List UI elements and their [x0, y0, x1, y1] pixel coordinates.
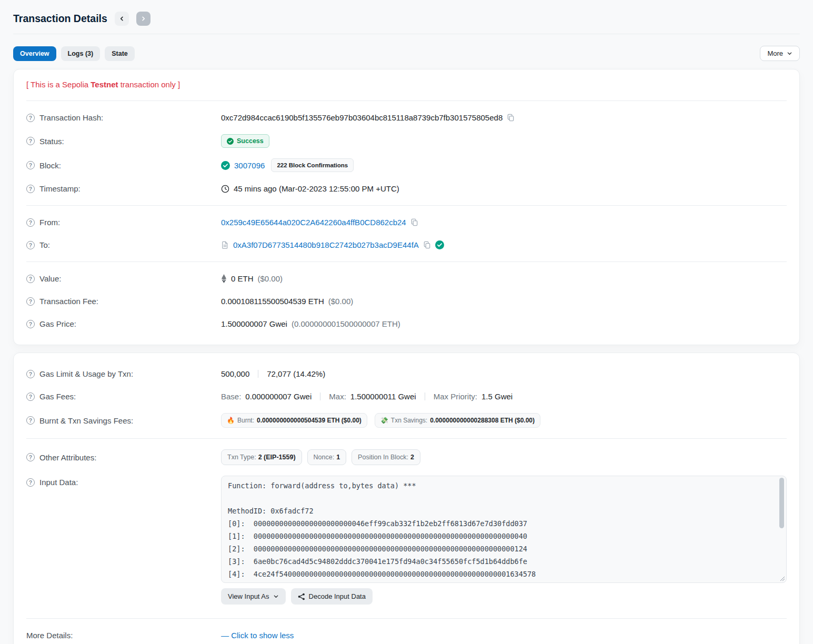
help-icon[interactable]: ?: [26, 478, 35, 487]
timestamp-value: 45 mins ago (Mar-02-2023 12:55:00 PM +UT…: [234, 184, 399, 193]
row-gas-price: ? Gas Price: 1.500000007 Gwei (0.0000000…: [26, 313, 787, 335]
eth-icon: [221, 274, 227, 283]
check-circle-icon: [227, 138, 234, 145]
max-fee-value: 1.500000011 Gwei: [350, 392, 416, 401]
base-fee-label: Base:: [221, 392, 241, 401]
notice-suffix: transaction only ]: [118, 80, 180, 89]
divider: [26, 438, 787, 439]
input-data-label: Input Data:: [39, 478, 78, 487]
row-status: ? Status: Success: [26, 129, 787, 153]
position-in-block-pill: Position In Block: 2: [352, 449, 420, 465]
help-icon[interactable]: ?: [26, 297, 35, 306]
more-button[interactable]: More: [760, 46, 800, 61]
burnt-fees-label: Burnt & Txn Savings Fees:: [39, 416, 133, 425]
chevron-down-icon: [787, 51, 792, 56]
view-input-as-label: View Input As: [228, 592, 269, 600]
chevron-down-icon: [273, 593, 279, 599]
gas-fees-label: Gas Fees:: [39, 392, 76, 401]
contract-file-icon: [221, 241, 229, 249]
row-value: ? Value: 0 ETH ($0.00): [26, 267, 787, 290]
header-divider: [13, 34, 800, 34]
max-priority-fee-label: Max Priority:: [434, 392, 477, 401]
decode-input-data-label: Decode Input Data: [309, 592, 366, 600]
from-address-link[interactable]: 0x259c49E65644a020C2A642260a4ffB0CD862cb…: [221, 218, 406, 227]
help-icon[interactable]: ?: [26, 185, 35, 193]
scrollbar-thumb[interactable]: [779, 478, 784, 528]
base-fee-value: 0.000000007 Gwei: [245, 392, 312, 401]
decode-input-data-button[interactable]: Decode Input Data: [291, 588, 373, 605]
row-timestamp: ? Timestamp: 45 mins ago (Mar-02-2023 12…: [26, 177, 787, 200]
help-icon[interactable]: ?: [26, 453, 35, 461]
to-label: To:: [39, 240, 50, 249]
row-from: ? From: 0x259c49E65644a020C2A642260a4ffB…: [26, 211, 787, 234]
testnet-notice: [ This is a Sepolia Testnet transaction …: [26, 79, 787, 95]
next-transaction-button[interactable]: [136, 12, 150, 26]
max-fee-label: Max:: [329, 392, 346, 401]
previous-transaction-button[interactable]: [115, 12, 129, 26]
tab-overview[interactable]: Overview: [13, 46, 56, 61]
row-transaction-hash: ? Transaction Hash: 0xc72d984ccac6190b5f…: [26, 106, 787, 129]
txn-savings-value: 0.000000000000288308 ETH ($0.00): [430, 417, 535, 424]
help-icon[interactable]: ?: [26, 114, 35, 122]
txn-type-pill: Txn Type: 2 (EIP-1559): [221, 449, 302, 465]
status-badge-label: Success: [237, 137, 264, 145]
help-icon[interactable]: ?: [26, 275, 35, 283]
transaction-fee-amount: 0.000108115500504539 ETH: [221, 297, 324, 306]
row-to: ? To: 0xA3f07D6773514480b918C2742b027b3a…: [26, 234, 787, 256]
input-data-box[interactable]: Function: forward(address to,bytes data)…: [221, 476, 787, 583]
verified-check-icon: [435, 240, 444, 249]
gas-limit-value: 500,000: [221, 369, 249, 378]
burnt-fee-badge: 🔥 Burnt: 0.000000000000504539 ETH ($0.00…: [221, 413, 367, 428]
block-number-link[interactable]: 3007096: [234, 161, 265, 170]
copy-icon[interactable]: [410, 218, 418, 226]
tabs-row: Overview Logs (3) State More: [13, 46, 800, 61]
copy-icon[interactable]: [423, 241, 431, 249]
nonce-value: 1: [336, 454, 340, 461]
show-less-link[interactable]: — Click to show less: [221, 631, 294, 640]
position-in-block-value: 2: [410, 454, 414, 461]
status-badge: Success: [221, 134, 269, 148]
txn-type-label: Txn Type:: [227, 454, 256, 461]
input-actions: View Input As Decode Input Data: [221, 588, 787, 605]
transaction-fee-usd: ($0.00): [328, 297, 354, 306]
tabs: Overview Logs (3) State: [13, 46, 135, 61]
help-icon[interactable]: ?: [26, 370, 35, 378]
block-label: Block:: [39, 161, 61, 170]
page: Transaction Details Overview Logs (3) St…: [0, 0, 813, 644]
help-icon[interactable]: ?: [26, 393, 35, 401]
input-data-content: Function: forward(address to,bytes data)…: [222, 476, 786, 582]
overview-card: [ This is a Sepolia Testnet transaction …: [13, 69, 800, 345]
view-input-as-button[interactable]: View Input As: [221, 588, 286, 605]
divider: [26, 100, 787, 101]
divider: [26, 205, 787, 206]
tab-logs[interactable]: Logs (3): [61, 46, 101, 61]
help-icon[interactable]: ?: [26, 218, 35, 227]
to-address-link[interactable]: 0xA3f07D6773514480b918C2742b027b3acD9E44…: [233, 240, 419, 249]
txn-savings-label: Txn Savings:: [391, 417, 427, 424]
nonce-pill: Nonce: 1: [307, 449, 347, 465]
divider: [26, 261, 787, 262]
copy-icon[interactable]: [507, 114, 515, 122]
chevron-right-icon: [140, 16, 146, 22]
help-icon[interactable]: ?: [26, 241, 35, 249]
row-more-details: More Details: — Click to show less: [26, 624, 787, 644]
page-header: Transaction Details: [13, 12, 800, 26]
help-icon[interactable]: ?: [26, 416, 35, 425]
gas-usage-value: 72,077 (14.42%): [267, 369, 325, 378]
money-wings-icon: 💸: [380, 417, 388, 424]
gas-price-amount: 1.500000007 Gwei: [221, 319, 287, 328]
resize-grip-icon[interactable]: [780, 576, 785, 581]
gas-limit-label: Gas Limit & Usage by Txn:: [39, 369, 133, 378]
separator: [425, 393, 425, 400]
clock-icon: [221, 185, 229, 193]
position-in-block-label: Position In Block:: [358, 454, 408, 461]
help-icon[interactable]: ?: [26, 137, 35, 145]
tab-state[interactable]: State: [105, 46, 135, 61]
other-attributes-label: Other Attributes:: [39, 453, 96, 462]
help-icon[interactable]: ?: [26, 320, 35, 328]
row-block: ? Block: 3007096 222 Block Confirmations: [26, 153, 787, 177]
help-icon[interactable]: ?: [26, 161, 35, 169]
separator: [320, 393, 320, 400]
transaction-fee-label: Transaction Fee:: [39, 297, 98, 306]
row-gas-fees: ? Gas Fees: Base: 0.000000007 Gwei Max: …: [26, 385, 787, 408]
